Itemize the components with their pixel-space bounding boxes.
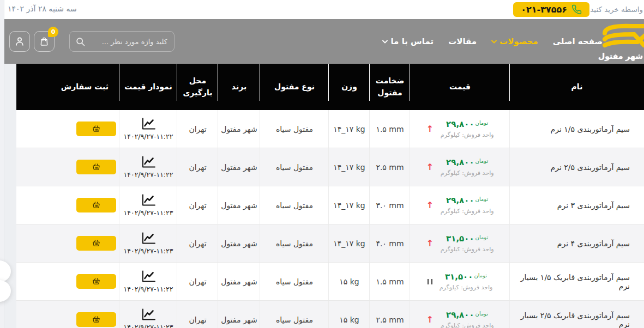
brand-cell: شهر مفتول [218,186,260,224]
user-icon [14,35,26,47]
current-date: سه شنبه ۲۸ آذر ۱۴۰۲ [8,4,77,13]
basket-icon [92,315,101,324]
price-table: نامقیمتضخامت مفتولوزننوع مفتولبرندمحل با… [16,64,644,328]
column-header: نمودار قیمت [119,64,177,110]
price-chart-icon[interactable] [141,156,156,168]
nav-item[interactable]: صفحه اصلی [553,37,603,46]
phone-badge[interactable]: ۰۲۱-۳۷۵۵۶ [513,2,589,17]
brand-cell: شهر مفتول [218,301,260,328]
topbar: سه شنبه ۲۸ آذر ۱۴۰۲ ۰۲۱-۳۷۵۵۶ واسطه خرید… [0,0,644,19]
column-header: وزن [329,64,370,110]
brand-cell: شهر مفتول [218,224,260,262]
cart-button[interactable]: 0 [34,31,55,52]
add-to-cart-button[interactable] [76,236,116,251]
chevron-down-icon [491,40,497,44]
basket-icon [92,277,101,286]
location-cell: تهران [177,263,218,300]
floating-widget-button[interactable] [0,260,11,282]
price-cell: ↑ ۳۱,۵۰۰ تومان واحد فروش: کیلوگرم [410,224,510,262]
table-row: سیم آرماتوربندی فابریک ۱/۵ بسیار نرم ۳۱,… [16,263,644,301]
thickness-cell: ۱.۵ mm [370,263,410,300]
trend-icon: ↑ [426,163,433,172]
order-cell [16,186,119,224]
table-row: سیم آرماتوربندی ۲/۵ نرم ↑ ۲۹,۸۰۰ تومان و… [16,148,644,186]
price-cell: ↑ ۲۹,۸۰۰ تومان واحد فروش: کیلوگرم [410,301,510,328]
price-value: ۲۹,۸۰۰ [446,310,474,320]
column-header: نام [510,64,644,110]
chart-timestamp: ۱۴۰۲/۹/۲۷-۱۱:۲۳ [124,323,173,328]
chart-timestamp: ۱۴۰۲/۹/۲۷-۱۱:۲۲ [124,171,173,179]
currency-label: تومان [476,310,489,317]
column-header: برند [218,64,260,110]
order-cell [16,110,119,148]
chart-cell: ۱۴۰۲/۹/۲۷-۱۱:۲۳ [119,301,177,328]
chart-timestamp: ۱۴۰۲/۹/۲۷-۱۱:۲۲ [124,285,173,293]
nav-item[interactable]: مقالات [448,37,477,46]
price-chart-icon[interactable] [141,308,156,321]
thickness-cell: ۱.۵ mm [370,110,410,148]
sale-unit: واحد فروش: کیلوگرم [441,208,494,215]
product-name[interactable]: سیم آرماتوربندی ۲/۵ نرم [510,148,644,186]
location-cell: تهران [177,224,218,262]
wire-type-cell: مفتول سیاه [260,263,329,300]
chart-cell: ۱۴۰۲/۹/۲۷-۱۱:۲۳ [119,186,177,224]
weight-cell: ۱۵ kg [329,263,370,300]
product-name[interactable]: سیم آرماتوربندی ۴ نرم [510,224,644,262]
price-value: ۲۹,۸۰۰ [446,196,474,205]
chart-cell: ۱۴۰۲/۹/۲۷-۱۱:۲۲ [119,148,177,186]
add-to-cart-button[interactable] [76,274,116,289]
price-chart-icon[interactable] [141,232,156,245]
trend-icon: ↑ [426,201,433,210]
logo-text: شهر مفتول [598,52,643,60]
trend-icon [428,277,432,286]
floating-widget[interactable] [0,260,11,300]
add-to-cart-button[interactable] [76,312,116,327]
search-input[interactable] [70,32,174,51]
thickness-cell: ۳.۰ mm [370,186,410,224]
nav-item[interactable]: محصولات [491,37,538,46]
chart-timestamp: ۱۴۰۲/۹/۲۷-۱۱:۲۳ [124,247,173,255]
add-to-cart-button[interactable] [76,198,116,212]
chart-timestamp: ۱۴۰۲/۹/۲۷-۱۱:۲۲ [124,132,173,141]
location-cell: تهران [177,301,218,328]
price-cell: ۳۱,۵۰۰ تومان واحد فروش: کیلوگرم [410,263,510,300]
weight-cell: ۱۴_۱۷ kg [329,224,370,262]
price-chart-icon[interactable] [141,270,156,283]
add-to-cart-button[interactable] [76,160,116,174]
column-header: ضخامت مفتول [370,64,410,110]
product-name[interactable]: سیم آرماتوربندی ۳ نرم [510,186,644,224]
nav-item[interactable]: تماس با ما [382,37,434,46]
account-button[interactable] [9,31,30,52]
price-cell: ↑ ۲۹,۸۰۰ تومان واحد فروش: کیلوگرم [410,148,510,186]
phone-icon [571,4,582,15]
chart-cell: ۱۴۰۲/۹/۲۷-۱۱:۲۳ [119,224,177,262]
phone-number: ۰۲۱-۳۷۵۵۶ [521,4,567,15]
wire-type-cell: مفتول سیاه [260,148,329,186]
sale-unit: واحد فروش: کیلوگرم [441,131,494,138]
table-row: سیم آرماتوربندی فابریک ۲/۵ بسیار نرم ↑ ۲… [16,301,644,328]
location-cell: تهران [177,186,218,224]
wire-type-cell: مفتول سیاه [260,110,329,148]
product-name[interactable]: سیم آرماتوربندی فابریک ۱/۵ بسیار نرم [510,263,644,300]
basket-icon [92,239,101,248]
price-chart-icon[interactable] [141,194,156,206]
price-chart-icon[interactable] [141,118,156,130]
currency-label: تومان [476,196,489,202]
price-cell: ↑ ۲۹,۸۰۰ تومان واحد فروش: کیلوگرم [410,110,510,148]
add-to-cart-button[interactable] [76,122,116,136]
sale-unit: واحد فروش: کیلوگرم [441,246,494,253]
price-value: ۲۹,۸۰۰ [446,157,474,167]
floating-widget-button[interactable] [0,280,11,302]
currency-label: تومان [476,234,489,240]
chart-cell: ۱۴۰۲/۹/۲۷-۱۱:۲۲ [119,263,177,300]
order-cell [16,148,119,186]
price-value: ۳۱,۵۰۰ [445,272,473,282]
product-name[interactable]: سیم آرماتوربندی فابریک ۲/۵ بسیار نرم [510,301,644,328]
trend-icon: ↑ [426,125,433,133]
currency-label: تومان [476,119,489,126]
price-value: ۳۱,۵۰۰ [446,234,474,244]
basket-icon [92,201,101,210]
product-name[interactable]: سیم آرماتوربندی ۱/۵ نرم [510,110,644,148]
cta-text: واسطه خرید کنید [590,5,643,14]
currency-label: تومان [474,272,487,278]
